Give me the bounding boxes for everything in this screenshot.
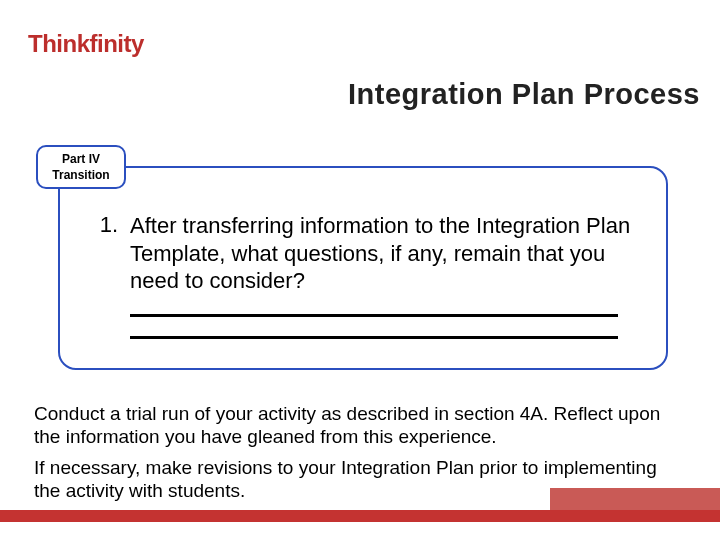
footer-accent	[550, 488, 720, 510]
question-panel: 1. After transferring information to the…	[58, 166, 668, 370]
question-text: After transferring information to the In…	[130, 212, 638, 295]
answer-blank-1	[130, 299, 618, 317]
brand-logo: Thinkfinity	[28, 30, 144, 58]
page-title: Integration Plan Process	[0, 78, 700, 111]
logo-text: Thinkfinity	[28, 30, 144, 57]
answer-blank-2	[130, 321, 618, 339]
question-number: 1.	[88, 212, 118, 238]
instruction-paragraph-1: Conduct a trial run of your activity as …	[34, 402, 686, 448]
section-tab: Part IV Transition	[36, 145, 126, 189]
tab-line2: Transition	[52, 168, 109, 182]
footer-bar	[0, 510, 720, 522]
tab-line1: Part IV	[62, 152, 100, 166]
